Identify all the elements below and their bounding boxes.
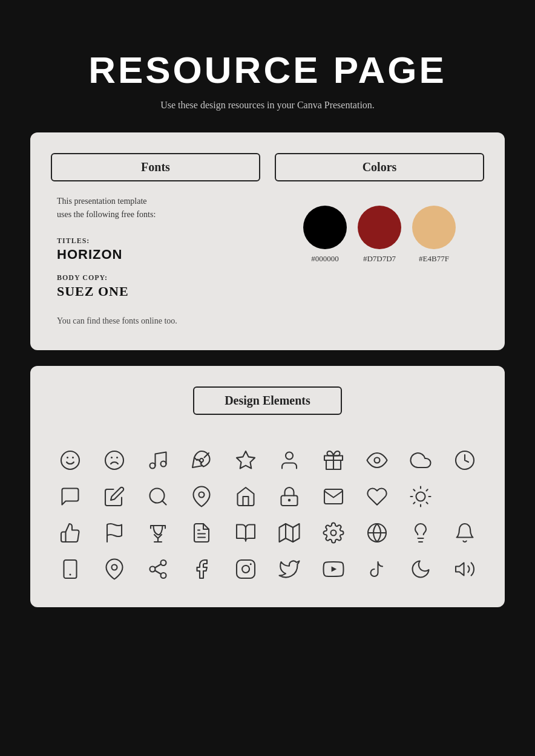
swatch-label-tan: #E4B77F	[419, 254, 449, 264]
instagram-icon	[232, 555, 260, 583]
bell-icon	[451, 519, 479, 547]
svg-point-7	[160, 461, 166, 466]
design-elements-badge: Design Elements	[193, 386, 342, 415]
icons-grid	[51, 446, 484, 583]
svg-line-24	[427, 502, 428, 503]
trophy-icon	[144, 519, 172, 547]
svg-point-3	[105, 451, 123, 469]
body-font-name: SUEZ ONE	[57, 284, 260, 299]
message-icon	[56, 483, 84, 510]
bulb-icon	[407, 519, 435, 547]
edit-icon	[100, 483, 128, 510]
swatch-tan: #E4B77F	[412, 206, 456, 264]
swatch-red: #D7D7D7	[358, 206, 401, 264]
page-subtitle: Use these design resources in your Canva…	[160, 100, 375, 111]
svg-point-46	[149, 566, 155, 572]
svg-marker-9	[237, 451, 255, 469]
thumbsup-icon	[56, 519, 84, 547]
svg-point-0	[61, 451, 79, 469]
phone-icon	[56, 555, 84, 583]
svg-point-47	[160, 573, 166, 578]
colors-column: Colors #000000 #D7D7D7 #E4B77F	[275, 153, 484, 326]
svg-point-45	[160, 560, 166, 565]
svg-point-10	[286, 452, 293, 459]
svg-line-23	[414, 489, 415, 490]
svg-rect-50	[237, 560, 255, 578]
lock-icon	[275, 483, 303, 510]
titles-label: TITLES:	[57, 236, 260, 246]
share-icon	[144, 555, 172, 583]
fonts-colors-card: Fonts This presentation template uses th…	[30, 132, 505, 350]
page-container: RESOURCE PAGE Use these design resources…	[12, 24, 523, 756]
swatch-black: #000000	[303, 206, 347, 264]
home-icon	[232, 483, 260, 510]
svg-point-8	[200, 458, 203, 462]
swatch-label-black: #000000	[311, 254, 339, 264]
svg-line-49	[155, 564, 161, 568]
svg-point-6	[149, 463, 155, 468]
fonts-column: Fonts This presentation template uses th…	[51, 153, 260, 326]
location-icon	[100, 555, 128, 583]
fonts-description: This presentation template uses the foll…	[57, 195, 260, 222]
svg-point-20	[416, 492, 425, 501]
swatch-label-red: #D7D7D7	[363, 254, 396, 264]
colors-badge: Colors	[275, 153, 484, 181]
globe-icon	[363, 519, 391, 547]
tiktok-icon	[363, 555, 391, 583]
map-icon	[275, 519, 303, 547]
svg-line-16	[162, 501, 166, 505]
fonts-note: You can find these fonts online too.	[57, 316, 260, 326]
music-icon	[144, 446, 172, 474]
twitter-icon	[275, 555, 303, 583]
fonts-badge: Fonts	[51, 153, 260, 181]
search-icon	[144, 483, 172, 510]
page-title: RESOURCE PAGE	[88, 48, 447, 91]
svg-point-37	[330, 530, 336, 535]
document-icon	[188, 519, 215, 547]
book-icon	[232, 519, 260, 547]
pin-icon	[188, 483, 215, 510]
svg-point-17	[199, 492, 205, 497]
body-label: BODY COPY:	[57, 273, 260, 282]
heart-icon	[363, 483, 391, 510]
frown-icon	[100, 446, 128, 474]
eye-icon	[363, 446, 391, 474]
svg-point-44	[111, 564, 117, 570]
cloud-icon	[407, 446, 435, 474]
colors-swatches: #000000 #D7D7D7 #E4B77F	[275, 206, 484, 264]
design-elements-card: Design Elements	[30, 366, 505, 607]
spacer-icon	[451, 483, 479, 510]
megaphone-icon	[451, 555, 479, 583]
mail-icon	[320, 483, 347, 510]
sun-icon	[407, 483, 435, 510]
svg-point-13	[374, 457, 379, 463]
design-elements-header: Design Elements	[51, 386, 484, 428]
flag-icon	[100, 519, 128, 547]
clock-icon	[451, 446, 479, 474]
swatch-circle-red	[358, 206, 401, 249]
smile-icon	[56, 446, 84, 474]
gift-icon	[320, 446, 347, 474]
titles-font-name: HORIZON	[57, 247, 260, 262]
svg-line-27	[414, 502, 415, 503]
swatch-circle-black	[303, 206, 347, 249]
svg-line-48	[155, 570, 161, 574]
facebook-icon	[188, 555, 215, 583]
svg-line-28	[427, 489, 428, 490]
svg-marker-52	[331, 566, 336, 572]
swatch-circle-tan	[412, 206, 456, 249]
user-icon	[275, 446, 303, 474]
svg-marker-34	[280, 524, 300, 542]
moon-icon	[407, 555, 435, 583]
star-icon	[232, 446, 260, 474]
youtube-icon	[320, 555, 347, 583]
rocket-icon	[188, 446, 215, 474]
settings-icon	[320, 519, 347, 547]
